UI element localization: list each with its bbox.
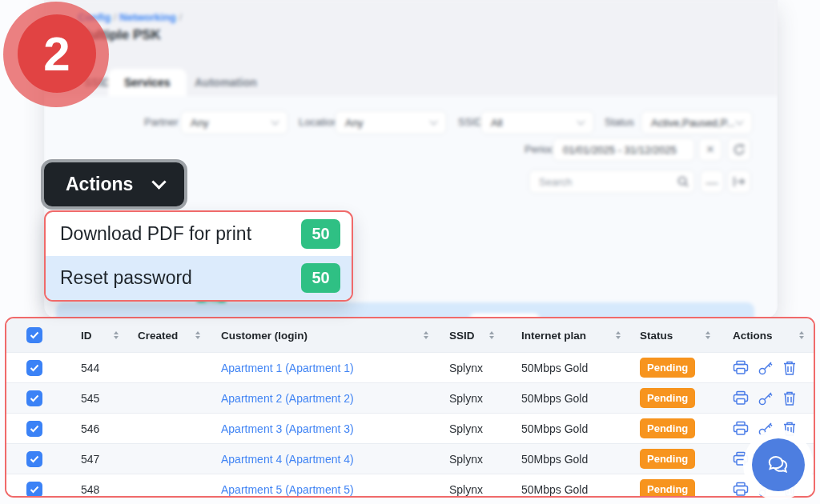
sort-icon[interactable] [114, 331, 119, 339]
actions-button[interactable]: Actions [44, 162, 184, 206]
close-icon: × [706, 142, 714, 158]
status-badge: Pending [640, 479, 695, 498]
cell-plan: 50Mbps Gold [497, 483, 625, 496]
chevron-down-icon [152, 174, 167, 189]
expand-columns-button[interactable] [727, 170, 751, 194]
collapse-columns-button[interactable]: — [700, 170, 724, 194]
period-label: Period [525, 138, 555, 162]
period-input[interactable]: 01/01/2025 - 31/12/2025 [553, 138, 695, 162]
cell-plan: 50Mbps Gold [497, 422, 625, 435]
minus-icon: — [706, 175, 718, 189]
partner-label: Partner [144, 110, 179, 134]
breadcrumb-networking-link[interactable]: Networking [119, 11, 176, 23]
chat-bubbles-icon [765, 452, 792, 478]
customer-link[interactable]: Apartment 2 (Apartment 2) [221, 392, 354, 405]
breadcrumb-separator: / [114, 11, 117, 23]
cell-plan: 50Mbps Gold [497, 453, 625, 466]
status-label: Status [605, 110, 634, 134]
sort-icon[interactable] [489, 331, 494, 339]
customer-link[interactable]: Apartment 3 (Apartment 3) [221, 422, 354, 435]
tab-automation[interactable]: Automation [179, 69, 273, 96]
cell-ssid: Splynx [433, 483, 497, 496]
location-label: Location [299, 110, 338, 134]
menu-item-download-pdf[interactable]: Download PDF for print 50 [46, 212, 352, 256]
chevron-down-icon [577, 118, 585, 126]
print-icon[interactable] [733, 482, 749, 497]
cell-plan: 50Mbps Gold [497, 392, 625, 405]
sort-icon[interactable] [705, 331, 710, 339]
row-checkbox[interactable] [26, 360, 42, 376]
ssid-label: SSID [458, 110, 482, 134]
count-badge: 50 [301, 263, 340, 293]
status-value: Active,Paused,P... [651, 117, 735, 129]
column-header-ssid: SSID [449, 330, 475, 342]
location-select[interactable]: Any [335, 110, 447, 134]
period-refresh-button[interactable] [727, 138, 751, 162]
table-row: 544 Apartment 1 (Apartment 1) Splynx 50M… [6, 352, 814, 382]
ssid-value: All [491, 117, 502, 129]
cell-ssid: Splynx [433, 453, 497, 466]
table-header-row: ID Created Customer (login) SSID Interne… [6, 318, 814, 352]
location-value: Any [345, 117, 363, 129]
row-checkbox[interactable] [26, 390, 42, 406]
search-input[interactable] [529, 170, 695, 194]
row-checkbox[interactable] [26, 421, 42, 437]
column-header-status: Status [640, 330, 673, 342]
cell-id: 548 [53, 483, 125, 496]
key-icon[interactable] [758, 390, 774, 406]
table-row: 547 Apartment 4 (Apartment 4) Splynx 50M… [6, 443, 814, 474]
trash-icon[interactable] [782, 360, 797, 376]
cell-plan: 50Mbps Gold [497, 362, 625, 374]
select-all-checkbox[interactable] [26, 327, 42, 343]
cell-ssid: Splynx [433, 392, 497, 405]
print-icon[interactable] [733, 390, 749, 406]
customer-link[interactable]: Apartment 5 (Apartment 5) [221, 483, 354, 496]
actions-button-label: Actions [66, 174, 133, 195]
services-table: ID Created Customer (login) SSID Interne… [5, 317, 815, 498]
count-badge: 50 [301, 219, 340, 249]
search-icon [677, 175, 689, 188]
chevron-down-icon [736, 118, 744, 126]
cell-ssid: Splynx [433, 422, 497, 435]
row-checkbox[interactable] [26, 482, 42, 498]
refresh-icon [733, 143, 746, 156]
print-icon[interactable] [733, 421, 749, 436]
partner-value: Any [191, 117, 208, 129]
status-select[interactable]: Active,Paused,P... [641, 110, 753, 134]
page-header: Config / Networking / Multiple PSK SSIDs… [44, 0, 778, 96]
sort-icon[interactable] [424, 331, 428, 339]
chevron-down-icon [430, 118, 438, 126]
filter-info-bar: d by: Bulk service ID Reset filter [56, 302, 754, 318]
actions-dropdown-menu: Download PDF for print 50 Reset password… [44, 210, 353, 302]
chat-button[interactable] [752, 438, 805, 491]
status-badge: Pending [640, 449, 695, 469]
cell-id: 546 [53, 422, 125, 435]
key-icon[interactable] [758, 360, 774, 376]
status-badge: Pending [640, 388, 695, 408]
partner-select[interactable]: Any [180, 110, 288, 134]
sort-icon[interactable] [616, 331, 621, 339]
step-number-badge: 2 [18, 14, 96, 93]
column-header-customer: Customer (login) [221, 330, 308, 342]
column-header-id: ID [81, 330, 92, 342]
trash-icon[interactable] [782, 390, 797, 406]
table-row: 545 Apartment 2 (Apartment 2) Splynx 50M… [6, 382, 814, 413]
column-header-actions: Actions [733, 330, 773, 342]
status-badge: Pending [640, 418, 695, 438]
sort-icon[interactable] [195, 331, 200, 339]
row-checkbox[interactable] [26, 451, 42, 467]
status-badge: Pending [640, 358, 695, 378]
customer-link[interactable]: Apartment 4 (Apartment 4) [221, 453, 354, 466]
period-clear-button[interactable]: × [698, 138, 722, 162]
menu-item-reset-password[interactable]: Reset password 50 [46, 256, 352, 300]
customer-link[interactable]: Apartment 1 (Apartment 1) [221, 362, 354, 374]
period-value: 01/01/2025 - 31/12/2025 [563, 144, 677, 156]
tab-services[interactable]: Services [108, 69, 187, 96]
column-header-created: Created [138, 330, 178, 342]
ssid-select[interactable]: All [480, 110, 594, 134]
cell-id: 544 [53, 362, 125, 374]
cell-id: 547 [53, 453, 125, 466]
print-icon[interactable] [733, 360, 749, 375]
chevron-down-icon [271, 118, 279, 126]
sort-icon[interactable] [799, 331, 804, 339]
